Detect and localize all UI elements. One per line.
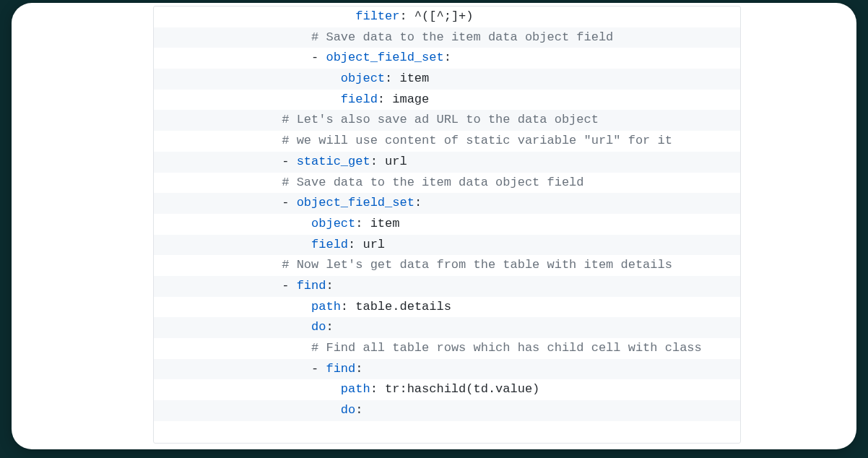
code-token: : xyxy=(326,320,333,334)
code-line: filter: ^([^;]+) xyxy=(154,7,740,27)
code-token: # Find all table rows which has child ce… xyxy=(311,341,702,355)
code-line: - find: xyxy=(154,359,740,380)
code-token: # Save data to the item data object fiel… xyxy=(311,30,613,44)
code-token: find xyxy=(297,279,326,293)
code-line: # Find all table rows which has child ce… xyxy=(154,338,740,359)
code-line: - find: xyxy=(154,276,740,297)
code-token: : xyxy=(326,279,333,293)
code-line: - static_get: url xyxy=(154,152,740,173)
code-line: # Save data to the item data object fiel… xyxy=(154,27,740,48)
code-token: : url xyxy=(370,155,407,168)
code-token: : tr:haschild(td.value) xyxy=(370,382,540,396)
code-line: path: tr:haschild(td.value) xyxy=(154,379,740,400)
code-token: : ^([^;]+) xyxy=(399,9,473,23)
code-token: : xyxy=(355,362,363,376)
code-line: - object_field_set: xyxy=(154,193,740,214)
code-line: # Now let's get data from the table with… xyxy=(154,255,740,276)
code-token: object_field_set xyxy=(297,196,415,209)
code-token: do xyxy=(311,320,326,334)
code-token: : table.details xyxy=(341,300,451,314)
code-line: do: xyxy=(154,400,740,421)
code-token: : xyxy=(444,51,451,64)
code-line: field: url xyxy=(154,235,740,256)
code-token: - xyxy=(282,155,296,168)
code-line: # Let's also save ad URL to the data obj… xyxy=(154,110,740,131)
code-token: - xyxy=(311,362,326,376)
code-line: - object_field_set: xyxy=(154,48,740,69)
code-token: object_field_set xyxy=(326,51,443,64)
code-token: filter xyxy=(355,9,399,23)
code-token: object xyxy=(311,217,355,230)
code-token: path xyxy=(341,382,370,396)
code-block: filter: ^([^;]+) # Save data to the item… xyxy=(153,6,741,444)
document-card: filter: ^([^;]+) # Save data to the item… xyxy=(12,3,856,449)
code-token: do xyxy=(341,403,355,417)
code-token: object xyxy=(341,72,385,85)
code-line: # we will use content of static variable… xyxy=(154,131,740,152)
code-line: field: image xyxy=(154,90,740,111)
code-line: object: item xyxy=(154,69,740,90)
code-token: - xyxy=(311,51,326,64)
code-line: object: item xyxy=(154,214,740,235)
code-token: # Save data to the item data object fiel… xyxy=(282,176,583,189)
code-token: field xyxy=(341,92,378,106)
code-token: # we will use content of static variable… xyxy=(282,134,672,147)
code-token: - xyxy=(282,196,296,209)
code-token: # Now let's get data from the table with… xyxy=(282,258,672,272)
code-token: field xyxy=(311,238,348,251)
code-token: - xyxy=(282,279,296,293)
code-token: find xyxy=(326,362,355,376)
code-line: path: table.details xyxy=(154,297,740,318)
code-token: : image xyxy=(378,92,429,106)
code-token: : url xyxy=(348,238,385,251)
code-token: : item xyxy=(385,72,429,85)
code-token: # Let's also save ad URL to the data obj… xyxy=(282,113,599,126)
code-token: : item xyxy=(355,217,399,230)
code-line: # Save data to the item data object fiel… xyxy=(154,173,740,194)
code-token: path xyxy=(311,300,341,314)
code-token: : xyxy=(415,196,422,209)
code-line: do: xyxy=(154,317,740,338)
code-token: : xyxy=(355,403,363,417)
code-token: static_get xyxy=(297,155,370,168)
